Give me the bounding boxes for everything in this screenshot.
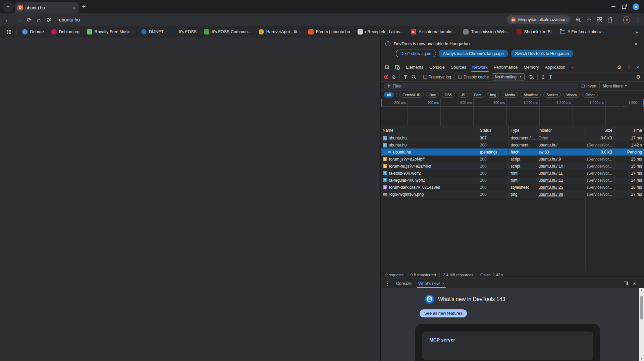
filter-chip-all[interactable]: All bbox=[384, 92, 394, 98]
disable-cache-checkbox[interactable]: Disable cache bbox=[458, 75, 489, 79]
more-tabs-icon[interactable]: » bbox=[569, 65, 576, 70]
bookmark-star-icon[interactable]: ☆ bbox=[586, 17, 592, 23]
table-row-fa-regular-400-woff2[interactable]: Tfa-regular-400.woff2200fontubuntu.hu/:1… bbox=[381, 177, 644, 184]
bookmark-item-hardverapr-itt[interactable]: HardverApró - Itt... bbox=[257, 29, 303, 35]
bookmark-item-transmission-web[interactable]: Transmission Web... bbox=[461, 29, 511, 35]
url-text[interactable]: ubuntu.hu bbox=[59, 17, 80, 22]
bookmark-item-f-rum-ubuntu-hu[interactable]: Fórum | ubuntu.hu bbox=[306, 29, 352, 35]
column-header-time[interactable]: Time bbox=[614, 126, 644, 134]
table-row-forum-dark-css-v-671418ed[interactable]: {}forum-dark.css?v=671418ed200stylesheet… bbox=[381, 184, 644, 191]
filter-chip-doc[interactable]: Doc bbox=[426, 92, 439, 98]
filter-chip-wasm[interactable]: Wasm bbox=[564, 92, 580, 98]
filter-chip-socket[interactable]: Socket bbox=[543, 92, 561, 98]
table-row-ubuntu-hu[interactable]: ⚙ubuntu.hu(pending)fetchsw:630.0 kBPendi… bbox=[381, 148, 644, 156]
scrollbar-thumb[interactable] bbox=[640, 296, 643, 319]
column-header-type[interactable]: Type bbox=[509, 126, 537, 134]
timeline-scrubber-handle[interactable] bbox=[622, 107, 627, 107]
inspect-element-icon[interactable] bbox=[383, 65, 392, 70]
bookmark-item-a-csatorna-tartalm[interactable]: ▶A csatorna tartalm... bbox=[409, 29, 458, 35]
reload-icon[interactable]: ⟳ bbox=[27, 17, 32, 23]
mcp-server-link[interactable]: MCP server bbox=[429, 337, 455, 343]
filter-chip-fetch-xhr[interactable]: Fetch/XHR bbox=[399, 92, 424, 98]
tab-network[interactable]: Network bbox=[469, 62, 491, 72]
clear-network-log-icon[interactable]: ⊘ bbox=[392, 74, 396, 79]
tab-application[interactable]: Application bbox=[542, 62, 568, 72]
apps-grid-icon[interactable] bbox=[7, 30, 8, 32]
drawer-close-icon[interactable]: × bbox=[633, 281, 636, 286]
filter-input-box[interactable] bbox=[384, 83, 578, 89]
preserve-log-checkbox[interactable]: Preserve log bbox=[423, 75, 451, 79]
filter-chip-js[interactable]: JS bbox=[458, 92, 468, 98]
filter-chip-media[interactable]: Media bbox=[502, 92, 518, 98]
throttling-select[interactable]: No throttling ▼ bbox=[492, 73, 525, 80]
initiator-cell[interactable]: ubuntu.hu/:12 bbox=[536, 177, 585, 184]
webpage-viewport[interactable] bbox=[0, 38, 380, 361]
browser-tab[interactable]: ubuntu.hu × bbox=[15, 2, 78, 13]
initiator-cell[interactable]: ubuntu.hu/:25 bbox=[536, 184, 585, 191]
bookmark-item-a-firefox-alkalmaz[interactable]: A Firefox alkalmaz... bbox=[558, 29, 607, 34]
more-filters-button[interactable]: More filters ▼ bbox=[603, 84, 627, 88]
back-icon[interactable]: ← bbox=[5, 17, 10, 23]
table-row-ubuntu-hu[interactable]: ≡ubuntu.hu307document / ...Other0.0 kB17… bbox=[381, 134, 644, 141]
restore-icon[interactable] bbox=[622, 5, 626, 9]
close-window-icon[interactable]: × bbox=[633, 3, 639, 10]
bookmark-item-d-jnet[interactable]: DÍJNET bbox=[139, 29, 166, 35]
initiator-cell[interactable]: ubuntu.hu/:11 bbox=[536, 170, 585, 177]
bookmarks-overflow-icon[interactable]: » bbox=[635, 29, 639, 35]
banner-close-icon[interactable]: × bbox=[634, 41, 639, 47]
record-network-log-icon[interactable] bbox=[384, 75, 388, 79]
filter-chip-css[interactable]: CSS bbox=[442, 92, 455, 98]
home-icon[interactable]: ⌂ bbox=[37, 17, 41, 23]
scroll-down-icon[interactable]: ▼ bbox=[639, 357, 644, 361]
drawer-menu-icon[interactable]: ⋮ bbox=[383, 280, 391, 287]
new-tab-button[interactable]: + bbox=[82, 3, 86, 11]
site-settings-tune-icon[interactable] bbox=[46, 17, 52, 22]
bookmark-item-shopelektro-bt[interactable]: Shopelektro Bt. bbox=[515, 29, 555, 35]
filter-chip-img[interactable]: Img bbox=[487, 92, 499, 98]
see-all-features-button[interactable]: See all new features bbox=[420, 309, 467, 317]
filter-funnel-icon[interactable] bbox=[403, 75, 408, 79]
network-settings-icon[interactable]: ⚙ bbox=[636, 74, 641, 79]
forward-icon[interactable]: → bbox=[16, 17, 21, 23]
switch-to-hungarian-button[interactable]: Switch DevTools to Hungarian bbox=[511, 50, 573, 57]
tab-close-icon[interactable]: × bbox=[73, 5, 76, 10]
network-conditions-icon[interactable] bbox=[528, 74, 534, 79]
tab-search-button[interactable]: ˅ bbox=[3, 2, 13, 12]
bookmark-item-it-s-foss-commun[interactable]: It's FOSS Commun... bbox=[202, 29, 253, 35]
table-row-logo-hvqmfz6n-png[interactable]: logo-hvqmfz6n.png200pngubuntu.hu/:88(Ser… bbox=[381, 191, 644, 198]
invert-checkbox[interactable]: Invert bbox=[581, 84, 596, 88]
table-row-forum-js-v-d2bf4bff[interactable]: {}forum.js?v=d2bf4bff200scriptubuntu.hu/… bbox=[381, 156, 644, 163]
dock-panel-icon[interactable] bbox=[624, 282, 628, 285]
initiator-cell[interactable]: sw:63 bbox=[536, 148, 585, 156]
bookmark-item-debian-org[interactable]: Debian.org bbox=[49, 29, 82, 35]
scroll-up-icon[interactable]: ▲ bbox=[639, 288, 644, 292]
profile-avatar[interactable] bbox=[623, 16, 630, 23]
filter-chip-other[interactable]: Other bbox=[582, 92, 598, 98]
column-header-size[interactable]: Size bbox=[585, 126, 614, 134]
initiator-cell[interactable]: ubuntu.hu/:88 bbox=[536, 191, 585, 198]
qr-code-icon[interactable] bbox=[597, 17, 602, 22]
bookmark-item-it-s-foss[interactable]: It's FOSS bbox=[169, 29, 199, 35]
devtools-close-icon[interactable]: × bbox=[636, 65, 639, 70]
drawer-tab-what-s-new[interactable]: What's new× bbox=[415, 279, 448, 288]
zoom-icon[interactable] bbox=[576, 17, 581, 23]
drawer-scrollbar[interactable]: ▲ ▼ bbox=[639, 288, 644, 361]
network-overview-timeline[interactable]: 200 ms400 ms600 ms800 ms1,000 ms1,200 ms… bbox=[381, 99, 644, 126]
initiator-cell[interactable]: ubuntu.hu/ bbox=[536, 141, 585, 148]
device-toolbar-icon[interactable] bbox=[393, 65, 402, 70]
initiator-cell[interactable]: ubuntu.hu/:9 bbox=[536, 156, 585, 163]
tab-performance[interactable]: Performance bbox=[491, 62, 521, 72]
table-row-ubuntu-hu[interactable]: ≡ubuntu.hu200documentubuntu.hu/(ServiceW… bbox=[381, 141, 644, 148]
minimize-icon[interactable] bbox=[611, 6, 615, 7]
import-har-icon[interactable]: ↥ bbox=[541, 74, 545, 79]
tab-memory[interactable]: Memory bbox=[521, 62, 542, 72]
table-row-fa-solid-900-woff2[interactable]: Tfa-solid-900.woff2200fontubuntu.hu/:11(… bbox=[381, 170, 644, 177]
tab-sources[interactable]: Sources bbox=[448, 62, 469, 72]
extensions-puzzle-icon[interactable] bbox=[607, 17, 613, 23]
tab-console[interactable]: Console bbox=[426, 62, 448, 72]
bookmark-item-royalty-free-music[interactable]: Royalty Free Music... bbox=[85, 29, 136, 35]
initiator-cell[interactable]: ubuntu.hu/:10 bbox=[536, 163, 585, 170]
drawer-tab-close-icon[interactable]: × bbox=[442, 281, 444, 286]
always-match-language-button[interactable]: Always match Chrome's language bbox=[439, 50, 508, 57]
open-in-app-chip[interactable]: Megnyitás alkalmazásban bbox=[507, 15, 571, 24]
